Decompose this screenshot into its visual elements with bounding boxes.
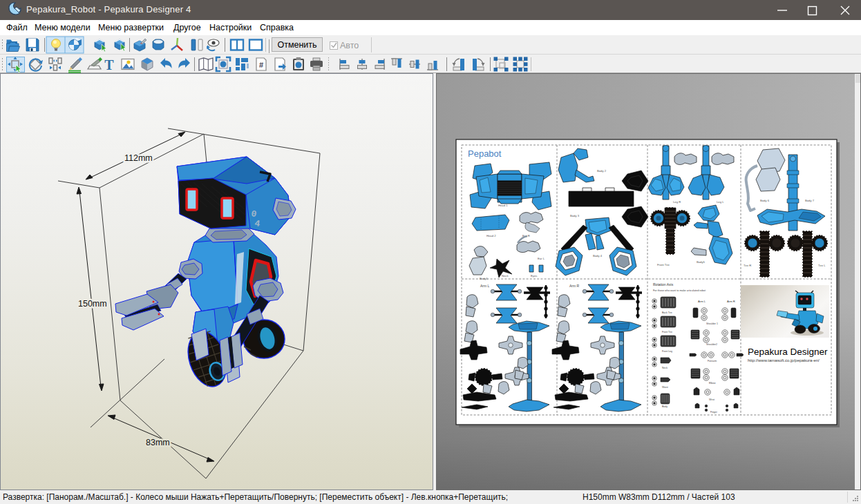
svg-text:Waist: Waist [662, 386, 668, 389]
svg-text:Body 3: Body 3 [570, 214, 580, 217]
svg-text:Body5: Body5 [697, 260, 706, 264]
svg-text:Shoulder2: Shoulder2 [706, 343, 717, 346]
svg-text:Pepakura Designer: Pepakura Designer [748, 347, 828, 357]
svg-text:For those who want to make art: For those who want to make articulated r… [653, 289, 706, 292]
svg-text:150mm: 150mm [78, 299, 107, 309]
svg-text:Arm L: Arm L [480, 284, 490, 288]
svg-text:Front Tire: Front Tire [657, 263, 670, 266]
svg-text:Pepabot: Pepabot [468, 148, 502, 159]
svg-text:#: # [259, 61, 263, 69]
svg-text:Tire R: Tire R [744, 264, 751, 267]
svg-text:Back Tire: Back Tire [662, 311, 672, 314]
svg-text:Wrist: Wrist [709, 398, 715, 401]
svg-text:Авто: Авто [340, 41, 359, 50]
svg-text:Front Tire: Front Tire [662, 331, 672, 333]
svg-text:Neck: Neck [662, 367, 668, 369]
svg-text:Arm R: Arm R [727, 300, 735, 303]
svg-text:112mm: 112mm [124, 153, 153, 163]
svg-text:Rotation Axis: Rotation Axis [653, 282, 674, 287]
svg-text:Eyes: Eyes [531, 274, 537, 278]
svg-text:Head 2: Head 2 [486, 234, 496, 238]
svg-text:Body 6: Body 6 [760, 199, 770, 202]
svg-text:Отменить: Отменить [277, 40, 316, 50]
svg-text:Forearm: Forearm [708, 360, 717, 362]
svg-text:Front Leg: Front Leg [662, 350, 672, 353]
svg-text:Body 4: Body 4 [593, 254, 603, 258]
svg-text:Elbow: Elbow [709, 382, 716, 385]
svg-text:Tire L: Tire L [818, 264, 826, 267]
svg-text:Finger: Finger [710, 411, 718, 414]
svg-text:83mm: 83mm [146, 438, 170, 447]
svg-text:http://www.tamasoft.co.jp/pepa: http://www.tamasoft.co.jp/pepakura-en/ [748, 358, 820, 362]
svg-text:Shoulder 1: Shoulder 1 [706, 322, 718, 325]
svg-text:Body 2: Body 2 [597, 169, 607, 173]
svg-text:Ear L: Ear L [538, 257, 545, 260]
svg-text:Leg R: Leg R [673, 200, 681, 204]
svg-text:Body: Body [662, 405, 668, 408]
svg-text:Head 1: Head 1 [498, 204, 508, 207]
svg-text:Body1: Body1 [480, 277, 489, 280]
svg-text:Body 7: Body 7 [805, 199, 815, 202]
svg-text:T: T [104, 57, 114, 72]
svg-text:Leg L: Leg L [717, 200, 724, 204]
svg-text:Neck: Neck [502, 274, 509, 278]
svg-text:Arm R: Arm R [569, 284, 580, 288]
svg-text:Arm L: Arm L [698, 300, 706, 303]
